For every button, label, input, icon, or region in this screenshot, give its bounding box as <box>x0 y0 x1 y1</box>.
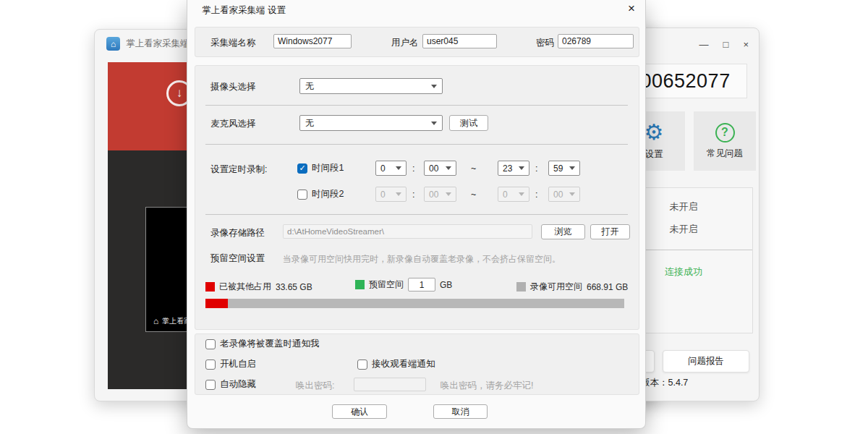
house-icon: ⌂ <box>111 39 116 49</box>
slot2-end-min-select: 00 <box>548 187 580 202</box>
maximize-button[interactable]: □ <box>723 40 729 50</box>
slot1-label: 时间段1 <box>312 162 344 174</box>
overwrite-notify-label: 老录像将被覆盖时通知我 <box>220 338 320 350</box>
question-icon: ? <box>715 123 735 142</box>
divider <box>205 105 628 106</box>
settings-tile-label: 设置 <box>645 148 663 161</box>
value: 0 <box>503 190 508 200</box>
storage-path-input[interactable] <box>283 224 532 239</box>
wake-password-input[interactable] <box>354 378 426 391</box>
time-colon: : <box>412 190 414 200</box>
viewer-notify-row: 接收观看端通知 <box>357 358 435 370</box>
faq-tile-label: 常见问题 <box>707 148 743 160</box>
value: 00 <box>429 163 438 174</box>
wake-password-hint: 唤出密码，请务必牢记! <box>441 380 533 392</box>
watermark: ⌂ 掌上看家 <box>153 316 191 326</box>
overwrite-notify-checkbox[interactable] <box>205 339 216 349</box>
password-input[interactable] <box>558 34 634 48</box>
chevron-down-icon <box>431 122 437 125</box>
settings-dialog: 掌上看家采集端 设置 × 采集端名称 用户名 密码 摄像头选择 无 麦克风选择 … <box>187 0 646 429</box>
dialog-title: 掌上看家采集端 设置 <box>202 4 286 17</box>
cancel-button[interactable]: 取消 <box>433 404 488 419</box>
available-swatch <box>516 282 526 292</box>
mic-test-button[interactable]: 测试 <box>449 115 488 131</box>
username-input[interactable] <box>422 34 497 48</box>
minimize-button[interactable]: — <box>699 40 709 50</box>
slot1-row: ✓ 时间段1 <box>297 162 344 174</box>
time-tilde: ~ <box>471 190 476 200</box>
value: 59 <box>553 163 563 174</box>
browse-button[interactable]: 浏览 <box>541 224 585 239</box>
camera-select-value: 无 <box>305 80 314 93</box>
faq-tile[interactable]: ? 常见问题 <box>694 111 756 171</box>
collector-name-input[interactable] <box>273 34 352 48</box>
left-window-title: 掌上看家采集端 <box>126 38 190 50</box>
viewer-notify-checkbox[interactable] <box>357 359 367 370</box>
value: 0 <box>380 163 386 174</box>
collector-name-label: 采集端名称 <box>210 37 256 49</box>
autohide-checkbox[interactable] <box>205 380 216 390</box>
available-label: 录像可用空间 <box>530 281 582 293</box>
chevron-down-icon <box>396 192 401 196</box>
mic-label: 麦克风选择 <box>210 118 256 130</box>
gear-icon: ⚙ <box>644 122 664 143</box>
storage-used-fill <box>205 299 228 308</box>
camera-select[interactable]: 无 <box>299 78 443 94</box>
chevron-down-icon <box>396 166 401 170</box>
slot1-start-min-select[interactable]: 00 <box>424 161 456 176</box>
space-hint: 当录像可用空间快用完时，新录像自动覆盖老录像，不会挤占保留空间。 <box>283 253 561 265</box>
used-value: 33.65 GB <box>276 282 312 292</box>
available-value: 668.91 GB <box>587 282 628 292</box>
time-colon: : <box>412 163 414 174</box>
slot1-end-min-select[interactable]: 59 <box>548 161 580 176</box>
slot2-checkbox[interactable] <box>297 190 307 200</box>
chevron-down-icon <box>569 192 575 196</box>
time-colon: : <box>535 163 537 174</box>
watermark-house-icon: ⌂ <box>153 316 158 326</box>
left-window-titlebar: ⌂ 掌上看家采集端 <box>106 37 190 51</box>
slot2-start-min-select: 00 <box>424 187 456 202</box>
value: 0 <box>380 190 386 200</box>
question-glyph: ? <box>721 126 728 139</box>
storage-bar <box>205 299 624 308</box>
autostart-checkbox[interactable] <box>205 359 216 370</box>
version-value: 5.4.7 <box>668 378 689 388</box>
legend-reserved: 预留空间 GB <box>355 278 452 292</box>
screen: ⌂ 掌上看家采集端 ↓ ⌂ 掌上看家 — □ × 700652077 ⚙ 设置 <box>0 0 868 434</box>
reserved-space-input[interactable] <box>408 278 435 292</box>
camera-label: 摄像头选择 <box>210 81 256 93</box>
autostart-row: 开机自启 <box>205 358 256 370</box>
value: 23 <box>503 163 512 174</box>
open-button[interactable]: 打开 <box>590 224 630 239</box>
reserved-swatch <box>355 280 365 289</box>
username-label: 用户名 <box>391 37 419 49</box>
autohide-label: 自动隐藏 <box>220 378 256 391</box>
version-text: 版本：5.4.7 <box>641 377 688 389</box>
slot1-start-hour-select[interactable]: 0 <box>375 161 407 176</box>
divider <box>205 144 628 145</box>
slot1-end-hour-select[interactable]: 23 <box>498 161 529 176</box>
autostart-label: 开机自启 <box>220 358 256 370</box>
reserved-label: 预留空间 <box>369 278 404 291</box>
divider <box>205 214 628 215</box>
value: 00 <box>429 190 438 200</box>
chevron-down-icon <box>446 166 451 170</box>
mic-select[interactable]: 无 <box>299 115 443 131</box>
chevron-down-icon <box>519 166 524 170</box>
used-swatch <box>205 282 215 292</box>
storage-path-label: 录像存储路径 <box>210 227 265 239</box>
slot1-checkbox[interactable]: ✓ <box>297 163 307 174</box>
chevron-down-icon <box>446 192 451 196</box>
autohide-row: 自动隐藏 <box>205 378 256 391</box>
space-setting-label: 预留空间设置 <box>210 252 265 265</box>
close-button[interactable]: × <box>743 40 749 50</box>
confirm-button[interactable]: 确认 <box>332 404 387 419</box>
chevron-down-icon <box>519 192 524 196</box>
overwrite-notify-row: 老录像将被覆盖时通知我 <box>205 338 320 350</box>
dialog-close-button[interactable]: × <box>628 1 635 16</box>
slot2-label: 时间段2 <box>312 188 344 200</box>
slot2-start-hour-select: 0 <box>375 187 407 202</box>
window-controls: — □ × <box>699 40 749 50</box>
report-button[interactable]: 问题报告 <box>663 350 749 373</box>
schedule-label: 设置定时录制: <box>210 163 267 176</box>
